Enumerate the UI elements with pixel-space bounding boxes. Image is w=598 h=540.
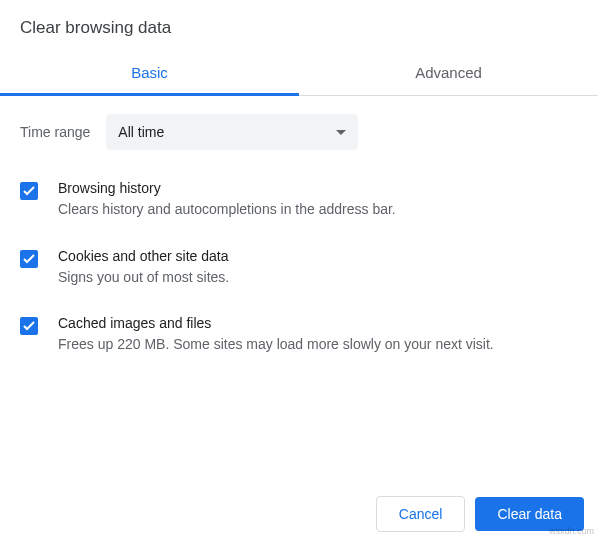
option-desc: Signs you out of most sites. — [58, 268, 578, 288]
clear-data-button[interactable]: Clear data — [475, 497, 584, 531]
time-range-row: Time range All time — [0, 96, 598, 160]
check-icon — [23, 186, 35, 196]
time-range-label: Time range — [20, 124, 90, 140]
options-list: Browsing history Clears history and auto… — [0, 160, 598, 369]
tabs: Basic Advanced — [0, 52, 598, 96]
dialog-title: Clear browsing data — [0, 0, 598, 52]
option-text: Cached images and files Frees up 220 MB.… — [58, 315, 578, 355]
option-cache: Cached images and files Frees up 220 MB.… — [20, 301, 578, 369]
chevron-down-icon — [336, 130, 346, 135]
option-text: Cookies and other site data Signs you ou… — [58, 248, 578, 288]
option-text: Browsing history Clears history and auto… — [58, 180, 578, 220]
check-icon — [23, 321, 35, 331]
check-icon — [23, 254, 35, 264]
option-title: Cached images and files — [58, 315, 578, 331]
option-title: Cookies and other site data — [58, 248, 578, 264]
option-title: Browsing history — [58, 180, 578, 196]
cancel-button[interactable]: Cancel — [376, 496, 466, 532]
option-cookies: Cookies and other site data Signs you ou… — [20, 234, 578, 302]
option-desc: Frees up 220 MB. Some sites may load mor… — [58, 335, 578, 355]
checkbox-browsing-history[interactable] — [20, 182, 38, 200]
checkbox-cookies[interactable] — [20, 250, 38, 268]
time-range-select[interactable]: All time — [106, 114, 358, 150]
option-desc: Clears history and autocompletions in th… — [58, 200, 578, 220]
tab-basic[interactable]: Basic — [0, 52, 299, 95]
option-browsing-history: Browsing history Clears history and auto… — [20, 166, 578, 234]
dialog-footer: Cancel Clear data — [376, 496, 584, 532]
tab-advanced[interactable]: Advanced — [299, 52, 598, 95]
time-range-value: All time — [118, 124, 164, 140]
checkbox-cache[interactable] — [20, 317, 38, 335]
